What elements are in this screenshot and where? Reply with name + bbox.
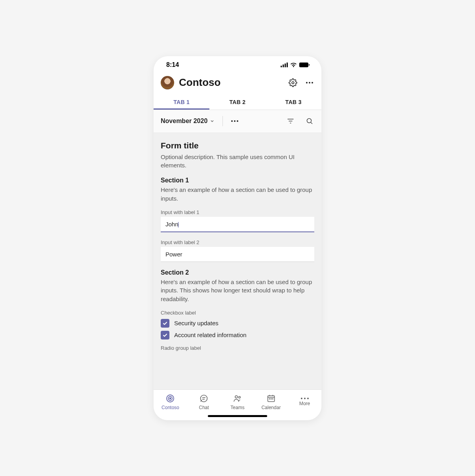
nav-teams[interactable]: Teams: [221, 390, 255, 415]
section-1: Section 1 Here's an example of how a sec…: [161, 177, 314, 262]
filter-icon: [287, 118, 294, 125]
nav-calendar[interactable]: Calendar: [254, 390, 288, 415]
field-input-2: Input with label 2 Power: [161, 239, 314, 262]
status-bar: 8:14: [154, 56, 321, 74]
chevron-down-icon: [210, 119, 215, 123]
nav-chat-label: Chat: [199, 405, 209, 410]
nav-calendar-label: Calendar: [261, 405, 281, 410]
more-icon: [231, 120, 238, 122]
phone-frame: 8:14 Contoso TAB 1 TAB 2: [154, 56, 321, 420]
svg-point-19: [239, 396, 240, 398]
svg-point-6: [292, 82, 294, 84]
svg-point-26: [272, 398, 273, 399]
teams-icon: [233, 394, 242, 403]
input-1[interactable]: John: [161, 217, 314, 232]
form-description: Optional description. This sample uses c…: [161, 153, 314, 170]
more-button[interactable]: [305, 78, 314, 87]
sub-toolbar: November 2020: [154, 110, 321, 133]
filter-button[interactable]: [286, 116, 295, 126]
nav-more[interactable]: More: [288, 390, 321, 415]
svg-rect-0: [281, 66, 282, 67]
svg-rect-5: [309, 64, 310, 66]
nav-teams-label: Teams: [230, 405, 244, 410]
avatar[interactable]: [161, 76, 174, 89]
overflow-button[interactable]: [230, 116, 239, 126]
checkbox-group-label: Checkbox label: [161, 310, 314, 316]
chat-icon: [199, 394, 209, 403]
more-icon: [301, 398, 309, 399]
svg-point-18: [235, 396, 238, 398]
check-icon: [162, 320, 168, 326]
svg-point-14: [170, 398, 171, 399]
battery-icon: [299, 63, 310, 67]
form-title: Form title: [161, 141, 314, 150]
svg-point-24: [269, 398, 270, 399]
home-indicator[interactable]: [208, 415, 267, 417]
month-picker[interactable]: November 2020: [161, 118, 215, 125]
gear-icon: [289, 78, 297, 87]
svg-rect-1: [283, 64, 284, 67]
input-2-label: Input with label 2: [161, 239, 314, 245]
status-time: 8:14: [166, 61, 179, 68]
section-2-description: Here's an example of how a section can b…: [161, 278, 314, 303]
divider: [222, 116, 223, 126]
calendar-icon: [266, 394, 276, 403]
svg-rect-3: [287, 63, 288, 67]
checkbox-2-label: Account related information: [174, 332, 247, 338]
app-icon: [165, 394, 175, 403]
status-icons: [281, 63, 310, 67]
search-icon: [306, 118, 313, 125]
section-1-title: Section 1: [161, 177, 314, 184]
svg-point-10: [307, 119, 312, 123]
search-button[interactable]: [305, 116, 314, 126]
section-2-title: Section 2: [161, 269, 314, 276]
checkbox-1[interactable]: [161, 319, 169, 328]
input-2[interactable]: Power: [161, 247, 314, 262]
wifi-icon: [290, 63, 297, 67]
nav-more-label: More: [299, 401, 310, 406]
nav-contoso-label: Contoso: [162, 405, 179, 410]
field-input-1: Input with label 1 John: [161, 209, 314, 232]
tab-bar: TAB 1 TAB 2 TAB 3: [154, 94, 321, 110]
tab-1[interactable]: TAB 1: [154, 94, 209, 110]
checkbox-row-2[interactable]: Account related information: [161, 331, 314, 339]
more-icon: [306, 82, 313, 83]
tab-3[interactable]: TAB 3: [266, 94, 321, 110]
checkbox-row-1[interactable]: Security updates: [161, 319, 314, 328]
app-title: Contoso: [179, 76, 283, 89]
content-area[interactable]: Form title Optional description. This sa…: [154, 133, 321, 389]
settings-button[interactable]: [288, 78, 298, 87]
svg-rect-2: [285, 63, 286, 67]
checkbox-1-label: Security updates: [174, 320, 218, 326]
tab-2[interactable]: TAB 2: [209, 94, 265, 110]
radio-group-label: Radio group label: [161, 345, 314, 351]
month-label: November 2020: [161, 118, 207, 125]
svg-rect-4: [299, 63, 308, 67]
nav-contoso[interactable]: Contoso: [154, 390, 187, 415]
cellular-icon: [281, 63, 288, 67]
svg-point-25: [271, 398, 272, 399]
section-1-description: Here's an example of how a section can b…: [161, 186, 314, 203]
input-1-label: Input with label 1: [161, 209, 314, 215]
svg-line-11: [311, 123, 313, 124]
app-header: Contoso: [154, 74, 321, 94]
checkbox-2[interactable]: [161, 331, 169, 339]
nav-chat[interactable]: Chat: [187, 390, 221, 415]
check-icon: [162, 332, 168, 338]
section-2: Section 2 Here's an example of how a sec…: [161, 269, 314, 351]
